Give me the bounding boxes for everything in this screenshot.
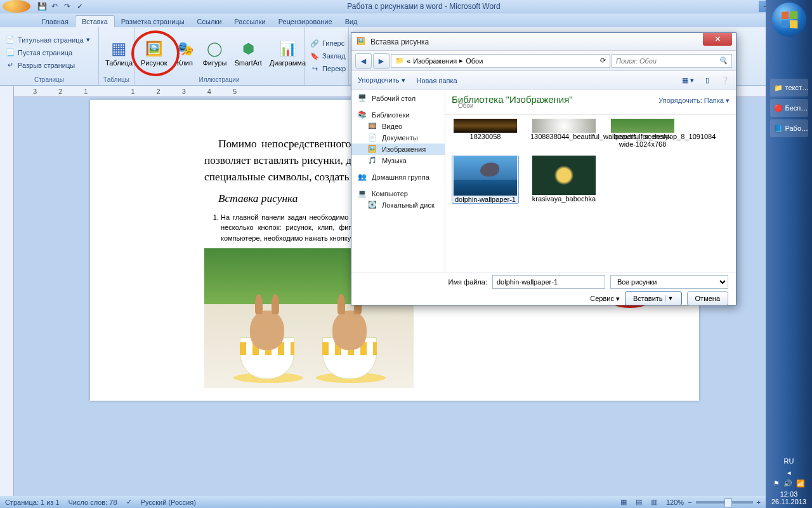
help-button[interactable]: ❔ [721,76,730,84]
page-break-button[interactable]: ↵Разрыв страницы [3,59,93,72]
tab-home[interactable]: Главная [36,16,75,27]
file-item-selected[interactable]: dolphin-wallpaper-1 [452,156,519,204]
qat-redo-icon[interactable]: ↷ [62,1,72,11]
new-folder-button[interactable]: Новая папка [417,77,457,84]
tab-review[interactable]: Рецензирование [272,16,339,27]
view-reading-icon[interactable]: ▤ [636,498,642,506]
arrange-dropdown[interactable]: Папка ▾ [704,97,730,104]
dialog-icon: 🖼️ [357,37,367,47]
tray-expand-icon[interactable]: ◂ [771,469,806,477]
zoom-in-button[interactable]: + [757,498,761,506]
filename-input[interactable] [492,275,605,289]
view-options-button[interactable]: ▦ ▾ [682,76,694,84]
hyperlink-label: Гиперс [322,39,344,47]
homegroup-icon: 👥 [358,173,368,182]
word-icon: 📘 [774,124,783,133]
qat-spellcheck-icon[interactable]: ✓ [75,1,85,11]
blank-page-button[interactable]: 📃Пустая страница [3,46,93,59]
clock-date: 26.11.2013 [771,498,806,505]
status-language[interactable]: Русский (Россия) [141,498,196,506]
clip-button[interactable]: 🎭Клип [171,37,199,68]
clock-time[interactable]: 12:03 [771,490,806,498]
breadcrumb[interactable]: 📁 « Изображения ▸ Обои ⟳ [391,54,610,68]
tab-mailings[interactable]: Рассылки [228,16,272,27]
table-button[interactable]: ▦Таблица [102,37,136,68]
nav-back-button[interactable]: ◄ [355,53,372,69]
table-icon: ▦ [109,39,129,59]
office-button[interactable] [3,0,30,13]
tab-view[interactable]: Вид [339,16,364,27]
view-web-icon[interactable]: ▥ [651,498,657,506]
smartart-button[interactable]: ⬢SmartArt [230,37,265,68]
view-print-layout-icon[interactable]: ▦ [620,498,627,506]
crossref-button[interactable]: ↪Перекр [307,62,348,75]
flag-icon[interactable]: ⚑ [773,479,780,488]
nav-forward-button[interactable]: ► [373,53,390,69]
breadcrumb-item[interactable]: Изображения [413,57,457,65]
language-indicator[interactable]: RU [771,457,806,465]
file-item[interactable]: krasivaya_babochka [530,156,598,204]
sidebar-item-music[interactable]: 🎵Музыка [351,155,445,166]
file-name: beautiful_scenery-wide-1024x768 [609,133,676,148]
sidebar-item-video[interactable]: 🎞️Видео [351,121,445,132]
file-item[interactable]: 18230058 [452,119,519,148]
sidebar-item-local-disk[interactable]: 💽Локальный диск [351,199,445,211]
sidebar-item-images[interactable]: 🖼️Изображения [351,144,445,155]
cancel-button[interactable]: Отмена [687,291,728,305]
status-spellcheck-icon[interactable]: ✓ [126,498,132,506]
chart-button[interactable]: 📊Диаграмма [266,37,310,68]
sidebar-item-documents[interactable]: 📄Документы [351,132,445,144]
network-icon[interactable]: 📶 [796,479,805,488]
tab-insert[interactable]: Вставка [75,15,115,27]
tools-dropdown[interactable]: Сервис ▾ [590,295,620,303]
shapes-label: Фигуры [203,59,227,67]
file-name: dolphin-wallpaper-1 [452,196,518,203]
video-icon: 🎞️ [368,122,378,131]
cover-page-button[interactable]: 📄Титульная страница ▾ [3,34,93,46]
search-input[interactable]: Поиск: Обои🔍 [612,54,732,68]
qat-save-icon[interactable]: 💾 [37,1,47,11]
sidebar-item-desktop[interactable]: 🖥️Рабочий стол [351,93,445,104]
sidebar-item-libraries[interactable]: 📚Библиотеки [351,109,445,121]
taskbar-item[interactable]: 🔴Бесп… [770,99,808,117]
music-icon: 🎵 [368,156,378,165]
shapes-icon: ◯ [204,39,225,59]
page-break-label: Разрыв страницы [18,62,75,69]
file-name: 18230058 [452,133,519,140]
bookmark-button[interactable]: 🔖Заклад [307,50,348,62]
zoom-slider[interactable] [696,501,753,504]
tab-references[interactable]: Ссылки [191,16,228,27]
breadcrumb-item[interactable]: Обои [466,57,483,65]
taskbar-item[interactable]: 📘Рабо… [770,119,808,137]
sidebar-item-computer[interactable]: 💻Компьютер [351,188,445,199]
organize-button[interactable]: Упорядочить ▾ [358,76,405,84]
chart-icon: 📊 [277,39,298,59]
tab-page-layout[interactable]: Разметка страницы [115,16,191,27]
dialog-close-button[interactable]: ✕ [703,33,732,46]
search-icon: 🔍 [719,57,728,65]
filetype-select[interactable]: Все рисунки [610,275,728,289]
library-icon: 📚 [358,110,368,119]
hyperlink-button[interactable]: 🔗Гиперс [307,37,348,50]
taskbar-item[interactable]: 📁текст… [770,79,808,97]
sidebar-item-homegroup[interactable]: 👥Домашняя группа [351,171,445,183]
insert-button[interactable]: Вставить▼ [625,291,682,305]
group-illustrations-label: Иллюстрации [137,76,301,84]
folder-icon: 📁 [395,57,404,65]
picture-button[interactable]: 🖼️Рисунок [137,37,171,68]
zoom-level[interactable]: 120% [666,498,684,506]
file-item[interactable]: 1308838044_beautiful_wallpapers_for_desk… [530,119,598,148]
start-button[interactable] [772,3,806,37]
zoom-out-button[interactable]: − [688,498,691,506]
status-page[interactable]: Страница: 1 из 1 [5,498,60,506]
bookmark-icon: 🔖 [310,51,320,61]
shapes-button[interactable]: ◯Фигуры [199,37,231,68]
file-item[interactable]: beautiful_scenery-wide-1024x768 [609,119,676,148]
volume-icon[interactable]: 🔊 [783,479,792,488]
qat-undo-icon[interactable]: ↶ [49,1,60,11]
dialog-title: Вставка рисунка [370,37,703,46]
windows-taskbar: 📁текст… 🔴Бесп… 📘Рабо… RU ◂ ⚑🔊📶 12:03 26.… [766,0,812,508]
preview-pane-button[interactable]: ▯ [705,76,709,84]
status-word-count[interactable]: Число слов: 78 [69,498,117,506]
refresh-icon[interactable]: ⟳ [600,57,606,65]
